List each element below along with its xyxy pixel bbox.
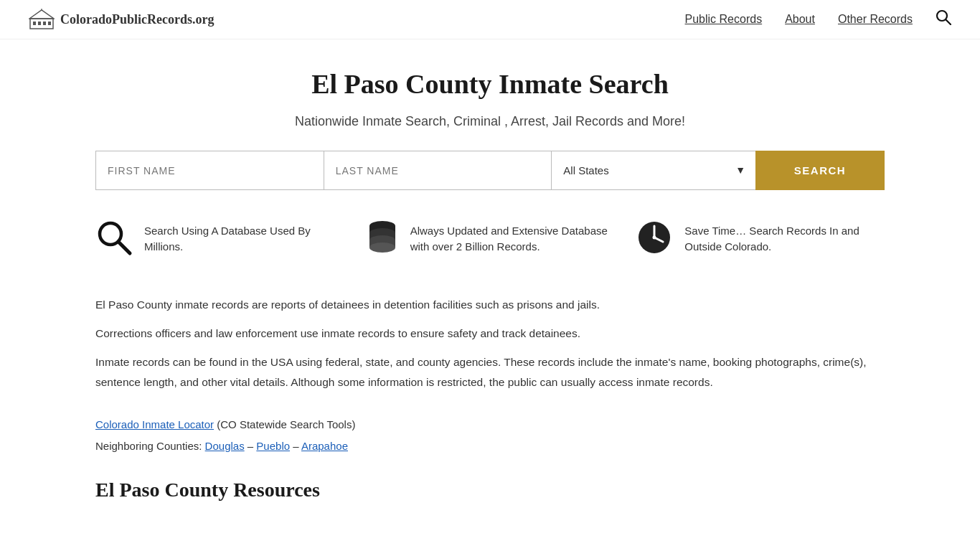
features-row: Search Using A Database Used By Millions… bbox=[95, 219, 885, 259]
colorado-inmate-locator-link[interactable]: Colorado Inmate Locator bbox=[95, 418, 214, 430]
nav-public-records[interactable]: Public Records bbox=[685, 13, 763, 26]
hero-section: El Paso County Inmate Search Nationwide … bbox=[95, 68, 885, 129]
svg-point-17 bbox=[369, 242, 395, 253]
inmate-locator-suffix: (CO Statewide Search Tools) bbox=[214, 418, 355, 430]
links-section: Colorado Inmate Locator (CO Statewide Se… bbox=[95, 414, 885, 457]
svg-rect-4 bbox=[48, 22, 51, 25]
neighboring-counties-label: Neighboring Counties: bbox=[95, 440, 202, 452]
county-link-arapahoe[interactable]: Arapahoe bbox=[301, 440, 348, 452]
search-form: All StatesAlabamaAlaskaArizonaArkansasCa… bbox=[95, 151, 885, 190]
site-header: ColoradoPublicRecords.org Public Records… bbox=[0, 0, 980, 39]
logo-text: ColoradoPublicRecords.org bbox=[60, 12, 214, 27]
main-nav: Public Records About Other Records bbox=[685, 9, 951, 29]
main-content: El Paso County Inmate Search Nationwide … bbox=[67, 39, 913, 530]
feature-database-text: Always Updated and Extensive Database wi… bbox=[410, 223, 615, 255]
hero-subtitle: Nationwide Inmate Search, Criminal , Arr… bbox=[95, 114, 885, 129]
site-logo[interactable]: ColoradoPublicRecords.org bbox=[29, 9, 214, 30]
database-feature-icon bbox=[366, 219, 399, 259]
feature-search-text: Search Using A Database Used By Millions… bbox=[144, 223, 344, 255]
svg-rect-2 bbox=[38, 22, 41, 25]
body-para-3: Inmate records can be found in the USA u… bbox=[95, 352, 885, 392]
separator-2: – bbox=[293, 440, 301, 452]
page-title: El Paso County Inmate Search bbox=[95, 68, 885, 100]
search-button[interactable]: SEARCH bbox=[755, 151, 885, 190]
separator-1: – bbox=[248, 440, 257, 452]
nav-search-icon[interactable] bbox=[936, 9, 951, 29]
state-select[interactable]: All StatesAlabamaAlaskaArizonaArkansasCa… bbox=[551, 151, 755, 190]
feature-clock: Save Time… Search Records In and Outside… bbox=[636, 219, 885, 259]
body-para-1: El Paso County inmate records are report… bbox=[95, 295, 885, 315]
search-feature-icon bbox=[95, 219, 133, 259]
body-para-2: Corrections officers and law enforcement… bbox=[95, 324, 885, 344]
svg-line-8 bbox=[946, 20, 951, 25]
county-link-douglas[interactable]: Douglas bbox=[205, 440, 245, 452]
first-name-input[interactable] bbox=[95, 151, 324, 190]
svg-line-10 bbox=[118, 242, 130, 253]
county-link-pueblo[interactable]: Pueblo bbox=[256, 440, 290, 452]
resources-heading: El Paso County Resources bbox=[95, 479, 885, 501]
body-content: El Paso County inmate records are report… bbox=[95, 295, 885, 392]
feature-clock-text: Save Time… Search Records In and Outside… bbox=[684, 223, 885, 255]
inmate-locator-line: Colorado Inmate Locator (CO Statewide Se… bbox=[95, 414, 885, 435]
clock-feature-icon bbox=[636, 219, 673, 259]
last-name-input[interactable] bbox=[324, 151, 552, 190]
feature-database: Always Updated and Extensive Database wi… bbox=[366, 219, 615, 259]
svg-point-21 bbox=[653, 236, 656, 240]
svg-marker-5 bbox=[29, 10, 54, 19]
nav-other-records[interactable]: Other Records bbox=[838, 13, 913, 26]
svg-rect-3 bbox=[43, 22, 46, 25]
svg-rect-1 bbox=[33, 22, 36, 25]
feature-search: Search Using A Database Used By Millions… bbox=[95, 219, 344, 259]
nav-about[interactable]: About bbox=[785, 13, 815, 26]
state-select-wrapper: All StatesAlabamaAlaskaArizonaArkansasCa… bbox=[551, 151, 755, 190]
neighboring-counties-line: Neighboring Counties: Douglas – Pueblo –… bbox=[95, 435, 885, 457]
logo-building-icon bbox=[29, 9, 55, 30]
